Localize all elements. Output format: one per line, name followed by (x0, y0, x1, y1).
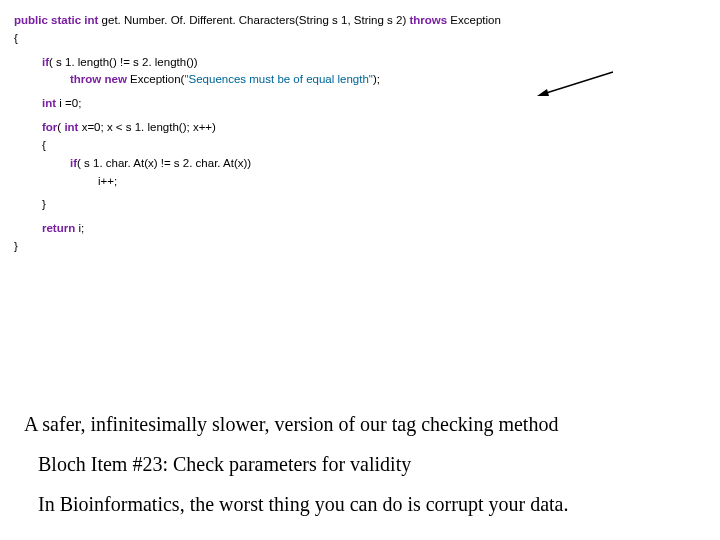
exception-type: Exception (450, 14, 501, 26)
keyword-int: int (84, 14, 98, 26)
code-line-int-decl: int i =0; (14, 95, 706, 113)
code-line-brace-open: { (14, 30, 706, 48)
for-rest: x=0; x < s 1. length(); x++) (82, 121, 216, 133)
string-literal: "Sequences must be of equal length" (184, 73, 372, 85)
code-line-throw: throw new Exception("Sequences must be o… (14, 71, 706, 89)
keyword-int2: int (42, 97, 56, 109)
keyword-new: new (105, 73, 127, 85)
method-name: get. Number. Of. Different. Characters(S… (102, 14, 407, 26)
throw-exception: Exception( (130, 73, 184, 85)
commentary-block: A safer, infinitesimally slower, version… (24, 410, 704, 530)
keyword-throw: throw (70, 73, 101, 85)
code-line-increment: i++; (14, 173, 706, 191)
keyword-int3: int (64, 121, 78, 133)
code-line-for: for( int x=0; x < s 1. length(); x++) (14, 119, 706, 137)
code-line-brace-close: } (14, 238, 706, 256)
commentary-line-2: Bloch Item #23: Check parameters for val… (38, 450, 704, 478)
keyword-static: static (51, 14, 81, 26)
keyword-return: return (42, 222, 75, 234)
int-decl: i =0; (59, 97, 81, 109)
keyword-throws: throws (409, 14, 447, 26)
code-line-signature: public static int get. Number. Of. Diffe… (14, 12, 706, 30)
inner-if-cond: ( s 1. char. At(x) != s 2. char. At(x)) (77, 157, 251, 169)
code-line-if: if( s 1. length() != s 2. length()) (14, 54, 706, 72)
code-line-for-brace-open: { (14, 137, 706, 155)
commentary-line-3: In Bioinformatics, the worst thing you c… (38, 490, 704, 518)
code-block: public static int get. Number. Of. Diffe… (0, 0, 720, 262)
code-line-return: return i; (14, 220, 706, 238)
keyword-public: public (14, 14, 48, 26)
throw-end: ); (373, 73, 380, 85)
if-condition: ( s 1. length() != s 2. length()) (49, 56, 198, 68)
commentary-line-1: A safer, infinitesimally slower, version… (24, 410, 704, 438)
code-line-for-brace-close: } (14, 196, 706, 214)
keyword-if2: if (70, 157, 77, 169)
return-val: i; (78, 222, 84, 234)
code-line-inner-if: if( s 1. char. At(x) != s 2. char. At(x)… (14, 155, 706, 173)
keyword-for: for (42, 121, 57, 133)
keyword-if: if (42, 56, 49, 68)
for-open: ( (57, 121, 61, 133)
